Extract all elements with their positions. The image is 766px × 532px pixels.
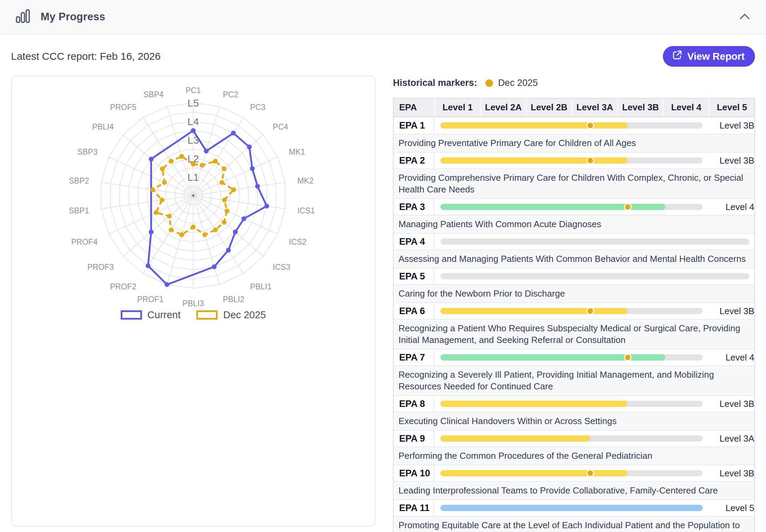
epa-label: EPA 11	[394, 500, 434, 516]
current-level-label: Level 3A	[712, 433, 754, 444]
epa-label: EPA 6	[394, 303, 434, 319]
bar-chart-icon	[15, 8, 31, 25]
epa-row: EPA 11Level 5	[394, 499, 754, 516]
radar-data-point	[167, 214, 172, 219]
radar-axis-label: ICS1	[297, 206, 315, 215]
current-level-label: Level 4	[712, 352, 754, 363]
progress-track	[440, 308, 703, 314]
radar-axis-label: PBLI3	[183, 299, 204, 307]
epa-bar-area	[434, 465, 708, 481]
progress-track	[440, 401, 703, 407]
radar-axis-label: PROF2	[110, 282, 136, 291]
radar-data-point	[149, 157, 154, 162]
radar-data-point	[255, 184, 260, 189]
radar-data-point	[160, 166, 165, 171]
column-header-epa: EPA	[394, 99, 434, 117]
radar-data-point	[149, 230, 154, 234]
view-report-button[interactable]: View Report	[663, 46, 755, 67]
current-level-label: Level 3B	[712, 468, 754, 479]
radar-axis-spoke	[193, 196, 219, 285]
radar-data-point	[233, 230, 238, 234]
epa-description: Performing the Common Procedures of the …	[394, 446, 754, 465]
radar-axis-label: PC3	[250, 103, 265, 112]
current-level-label: Level 3B	[712, 306, 754, 317]
radar-axis-spoke	[193, 196, 263, 256]
radar-axis-label: MK2	[297, 176, 314, 185]
progress-track	[440, 435, 703, 442]
collapse-section-button[interactable]	[736, 9, 754, 25]
radar-ring-label: L1	[187, 171, 199, 183]
radar-data-point	[165, 282, 169, 287]
radar-axis-spoke	[123, 196, 193, 256]
epa-description: Promoting Equitable Care at the Level of…	[394, 516, 754, 532]
epa-description: Providing Preventative Primary Care for …	[394, 134, 754, 152]
epa-row: EPA 3Level 4	[394, 198, 754, 215]
radar-axis-label: SBP4	[143, 90, 164, 99]
progress-fill	[440, 157, 628, 164]
historical-markers-label: Historical markers:	[393, 78, 477, 88]
radar-data-point	[154, 210, 158, 215]
radar-axis-label: PROF4	[71, 237, 98, 246]
radar-axis-label: PC4	[273, 122, 288, 131]
epa-row: EPA 9Level 3A	[394, 430, 754, 446]
chevron-up-icon	[738, 18, 752, 23]
current-series-swatch	[121, 310, 142, 320]
epa-bar-area	[434, 117, 708, 134]
radar-data-point	[204, 149, 209, 154]
radar-data-point	[247, 145, 252, 149]
epa-description: Managing Patients With Common Acute Diag…	[394, 215, 754, 233]
epa-progress-column: Historical markers: Dec 2025 EPALevel 1L…	[393, 76, 755, 532]
radar-data-point	[222, 198, 227, 202]
epa-bar-area	[434, 303, 708, 319]
radar-data-point	[226, 248, 231, 253]
epa-levels-table: EPALevel 1Level 2ALevel 2BLevel 3ALevel …	[393, 98, 755, 532]
epa-row: EPA 1Level 3B	[394, 117, 754, 134]
legend-item-current: Current	[121, 309, 181, 321]
epa-bar-area	[434, 234, 754, 250]
radar-data-point	[200, 163, 205, 168]
radar-data-point	[191, 225, 196, 230]
dec-2025-series-label: Dec 2025	[223, 309, 266, 321]
epa-bar-area	[434, 268, 754, 284]
radar-data-point	[160, 198, 164, 202]
historical-marker-dot	[624, 354, 632, 361]
epa-row: EPA 7Level 4	[394, 349, 754, 365]
current-level-label: Level 3B	[712, 120, 754, 131]
column-header-level: Level 3A	[571, 99, 617, 117]
epa-description: Executing Clinical Handovers Within or A…	[394, 412, 754, 430]
radar-data-point	[169, 228, 174, 232]
radar-data-point	[146, 263, 151, 268]
radar-center-dot	[192, 195, 194, 196]
radar-data-point	[231, 187, 236, 192]
historical-marker-dot-icon	[485, 79, 493, 87]
progress-track	[440, 470, 703, 476]
epa-label: EPA 9	[394, 431, 434, 446]
epa-label: EPA 4	[394, 234, 434, 250]
radar-ring-label: L4	[187, 116, 199, 127]
historical-marker-dot	[624, 203, 632, 211]
radar-axis-label: SBP3	[77, 147, 98, 156]
radar-ring-label: L5	[187, 97, 199, 109]
competency-radar-chart: L1L2L3L4L5PC1PC2PC3PC4MK1MK2ICS1ICS2ICS3…	[12, 76, 375, 307]
radar-axis-label: PROF5	[110, 103, 136, 112]
latest-ccc-report-text: Latest CCC report: Feb 16, 2026	[11, 51, 161, 62]
progress-fill	[440, 505, 703, 511]
radar-data-point	[150, 187, 155, 192]
epa-row: EPA 2Level 3B	[394, 152, 754, 168]
competency-radar-panel: L1L2L3L4L5PC1PC2PC3PC4MK1MK2ICS1ICS2ICS3…	[11, 76, 375, 527]
epa-label: EPA 2	[394, 153, 434, 168]
radar-axis-label: PBLI2	[223, 295, 244, 304]
progress-section: Latest CCC report: Feb 16, 2026 View Rep…	[0, 46, 766, 532]
dec-2025-series-swatch	[196, 310, 218, 320]
radar-axis-label: SBP1	[69, 206, 89, 215]
historical-marker-dot	[587, 122, 594, 129]
epa-row: EPA 6Level 3B	[394, 302, 754, 319]
epa-row: EPA 10Level 3B	[394, 465, 754, 481]
epa-bar-area	[434, 153, 708, 168]
epa-label: EPA 1	[394, 117, 434, 134]
progress-track	[440, 122, 703, 129]
radar-axis-spoke	[167, 196, 193, 285]
epa-bar-area	[434, 350, 708, 365]
progress-track	[440, 354, 703, 361]
current-level-label: Level 3B	[712, 399, 754, 409]
